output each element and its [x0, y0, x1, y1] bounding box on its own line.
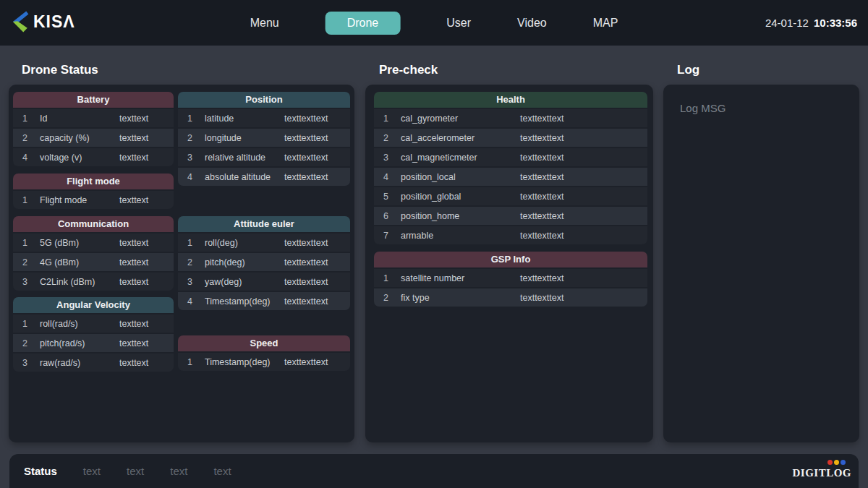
- row-index: 2: [22, 133, 40, 143]
- row-value: texttexttext: [520, 133, 647, 143]
- digitlog-brand: DIGITLOG: [792, 460, 851, 479]
- row-index: 3: [187, 277, 205, 287]
- row-value: texttexttext: [284, 296, 350, 307]
- drone-status-left-column: Battery 1 Id texttext 2 capacity (%) tex…: [13, 92, 174, 372]
- row-label: roll(rad/s): [40, 319, 119, 329]
- row-value: texttext: [119, 319, 174, 329]
- row-label: absolute altitude: [205, 172, 284, 182]
- flight-mode-table: Flight mode 1 Flight mode texttext: [13, 174, 174, 209]
- row-index: 4: [187, 296, 205, 307]
- tab-text-1[interactable]: text: [83, 465, 101, 477]
- nav-map[interactable]: MAP: [593, 17, 618, 30]
- row-label: satellite number: [401, 273, 520, 283]
- log-title: Log: [677, 63, 699, 77]
- row-index: 1: [187, 357, 205, 367]
- yellow-dot-icon: [834, 460, 839, 465]
- row-label: pitch(rad/s): [40, 338, 119, 348]
- row-label: Flight mode: [40, 195, 119, 205]
- row-label: cal_magneticmeter: [401, 153, 520, 163]
- speed-table: Speed 1 Timestamp(deg) texttexttext: [178, 335, 350, 371]
- row-index: 4: [187, 172, 205, 182]
- row-value: texttexttext: [284, 153, 350, 163]
- position-table-header: Position: [178, 92, 350, 108]
- battery-table: Battery 1 Id texttext 2 capacity (%) tex…: [13, 92, 174, 166]
- table-row: 3 cal_magneticmeter texttexttext: [374, 148, 647, 166]
- row-index: 1: [187, 114, 205, 124]
- table-row: 2 4G (dBm) texttext: [13, 253, 174, 271]
- row-label: Timestamp(deg): [205, 357, 284, 367]
- time-label: 10:33:56: [814, 17, 857, 29]
- row-index: 1: [22, 238, 40, 248]
- table-row: 2 longitude texttexttext: [178, 129, 350, 147]
- row-index: 5: [383, 192, 401, 202]
- row-value: texttext: [119, 153, 174, 163]
- table-row: 1 roll(deg) texttexttext: [178, 234, 350, 252]
- table-row: 4 Timestamp(deg) texttexttext: [178, 292, 350, 310]
- table-row: 2 pitch(deg) texttexttext: [178, 253, 350, 271]
- row-index: 6: [383, 211, 401, 221]
- row-index: 1: [383, 273, 401, 283]
- gsp-info-table: GSP Info 1 satellite number texttexttext…: [374, 252, 647, 307]
- tab-text-4[interactable]: text: [213, 465, 231, 477]
- row-label: pitch(deg): [205, 257, 284, 267]
- pre-check-title: Pre-check: [379, 63, 438, 77]
- row-label: Id: [40, 114, 119, 124]
- table-row: 1 5G (dBm) texttext: [13, 234, 174, 252]
- row-value: texttexttext: [520, 231, 647, 241]
- table-row: 7 armable texttexttext: [374, 226, 647, 244]
- tab-text-2[interactable]: text: [127, 465, 144, 477]
- row-value: texttexttext: [520, 211, 647, 221]
- drone-status-right-column: Position 1 latitude texttexttext 2 longi…: [178, 92, 350, 371]
- nav-user[interactable]: User: [446, 17, 471, 30]
- row-label: cal_gyrometer: [401, 114, 520, 124]
- row-value: texttext: [119, 257, 174, 267]
- row-index: 1: [22, 319, 40, 329]
- top-bar: KISΛ Menu Drone User Video MAP 24-01-12 …: [0, 0, 868, 46]
- nav-video[interactable]: Video: [517, 17, 547, 30]
- drone-status-panel: Battery 1 Id texttext 2 capacity (%) tex…: [9, 85, 354, 442]
- row-label: cal_accelerometer: [401, 133, 520, 143]
- table-row: 1 Flight mode texttext: [13, 191, 174, 209]
- row-value: texttexttext: [520, 172, 647, 182]
- table-row: 3 relative altitude texttexttext: [178, 148, 350, 166]
- row-label: C2Link (dBm): [40, 277, 119, 287]
- row-index: 3: [22, 277, 40, 287]
- row-index: 2: [383, 293, 401, 303]
- row-value: texttext: [119, 358, 174, 368]
- blue-dot-icon: [841, 460, 846, 465]
- table-row: 1 satellite number texttexttext: [374, 269, 647, 287]
- battery-table-header: Battery: [13, 92, 174, 108]
- gsp-info-table-header: GSP Info: [374, 252, 647, 267]
- row-value: texttexttext: [284, 277, 350, 287]
- flight-mode-table-header: Flight mode: [13, 174, 174, 189]
- table-row: 2 cal_accelerometer texttexttext: [374, 129, 647, 147]
- row-index: 1: [22, 195, 40, 205]
- row-label: latitude: [205, 114, 284, 124]
- row-index: 7: [383, 231, 401, 241]
- tab-text-3[interactable]: text: [170, 465, 187, 477]
- kisa-logo-text: KISΛ: [33, 12, 75, 32]
- row-label: position_local: [401, 172, 520, 182]
- row-index: 3: [187, 153, 205, 163]
- position-table: Position 1 latitude texttexttext 2 longi…: [178, 92, 350, 186]
- nav-menu[interactable]: Menu: [250, 17, 279, 30]
- row-label: Timestamp(deg): [205, 296, 284, 307]
- tab-status[interactable]: Status: [24, 465, 57, 477]
- table-row: 1 latitude texttexttext: [178, 109, 350, 127]
- row-value: texttexttext: [284, 133, 350, 143]
- row-index: 4: [22, 153, 40, 163]
- row-index: 1: [383, 114, 401, 124]
- pre-check-column: Health 1 cal_gyrometer texttexttext 2 ca…: [374, 92, 647, 307]
- row-label: raw(rad/s): [40, 358, 119, 368]
- datetime: 24-01-12 10:33:56: [765, 0, 857, 46]
- nav-drone[interactable]: Drone: [326, 12, 401, 35]
- angular-velocity-table: Angular Velocity 1 roll(rad/s) texttext …: [13, 297, 174, 372]
- row-value: texttexttext: [520, 293, 647, 303]
- table-row: 1 roll(rad/s) texttext: [13, 314, 174, 333]
- table-row: 1 cal_gyrometer texttexttext: [374, 109, 647, 127]
- row-value: texttexttext: [520, 114, 647, 124]
- row-label: 5G (dBm): [40, 238, 119, 248]
- main-nav: Menu Drone User Video MAP: [250, 0, 618, 46]
- row-label: yaw(deg): [205, 277, 284, 287]
- table-row: 2 capacity (%) texttext: [13, 129, 174, 147]
